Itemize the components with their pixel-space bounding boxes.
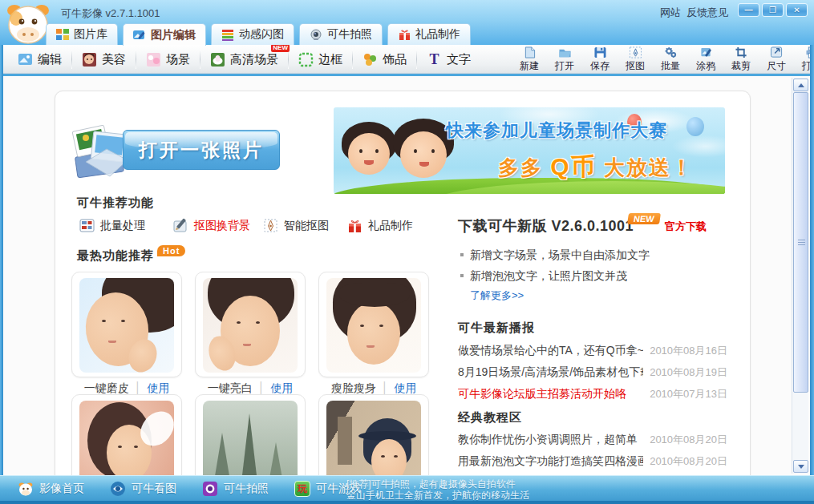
official-download-link[interactable]: 官方下载: [665, 220, 707, 234]
tab-picture-edit[interactable]: 图片编辑: [123, 23, 206, 46]
feedback-link[interactable]: 反馈意见: [686, 6, 728, 20]
maximize-button[interactable]: ❐: [762, 3, 784, 17]
feature-smart-cutout[interactable]: 智能抠图: [263, 218, 329, 233]
window-border: [0, 45, 3, 504]
sample-photo: [203, 401, 298, 475]
news-item[interactable]: 做爱情场景给心中的TA，还有Q币拿~ 2010年08月16日: [458, 344, 727, 358]
toolbar-edit-button[interactable]: 编辑: [8, 47, 71, 71]
game-icon: 玩: [294, 481, 310, 497]
learn-more-link[interactable]: 了解更多>>: [470, 288, 524, 303]
footer-links: 影像首页 可牛看图 可牛拍照 玩 可牛游戏: [18, 481, 361, 497]
close-button[interactable]: ✕: [786, 3, 808, 17]
footer-label: 可牛看图: [132, 482, 176, 496]
cutout-icon: [629, 46, 642, 58]
news-date: 2010年07月13日: [650, 387, 727, 401]
tutorial-date: 2010年08月20日: [650, 433, 727, 447]
toolbar-frame-button[interactable]: 边框: [289, 47, 352, 71]
toolbar-left-group: 编辑 美容 场景 高清场景 NEW 边框 饰品 T 文: [8, 45, 480, 74]
toolbar-cutout-button[interactable]: 抠图: [618, 46, 653, 73]
hot-card-smooth-skin[interactable]: [71, 272, 182, 377]
hot-card-scene[interactable]: [195, 394, 306, 475]
use-link[interactable]: 使用: [147, 381, 169, 394]
tab-picture-library[interactable]: 图片库: [46, 23, 118, 45]
tab-gift-making[interactable]: 礼品制作: [387, 23, 471, 45]
footer-home-link[interactable]: 影像首页: [18, 481, 84, 497]
hot-title-text: 最热功能推荐: [77, 248, 154, 262]
toolbar-ornament-button[interactable]: 饰品: [353, 47, 416, 71]
hot-card-effect[interactable]: [71, 394, 182, 475]
website-link[interactable]: 网站: [660, 6, 681, 20]
toolbar-label: 高清场景: [230, 52, 278, 67]
toolbar-new-button[interactable]: 新建: [512, 46, 547, 73]
feature-label: 批量处理: [100, 219, 145, 233]
promo-line: 金山手机卫士全新首发，护航你的移动生活: [346, 490, 529, 501]
open-photo-button[interactable]: 打开一张照片: [70, 117, 285, 186]
scroll-up-button[interactable]: [793, 79, 808, 91]
tutorial-item[interactable]: 用最新泡泡文字功能打造搞笑四格漫画 2010年08月20日: [458, 454, 727, 469]
toolbar-beauty-button[interactable]: 美容: [72, 47, 136, 71]
app-title: 可牛影像 v2.7.1.1001: [61, 6, 160, 21]
cow-icon: [18, 481, 34, 497]
toolbar-label: 美容: [102, 52, 126, 67]
text-icon: T: [427, 52, 442, 67]
toolbar-label: 文字: [447, 52, 471, 67]
news-section-title: 可牛最新播报: [458, 321, 535, 336]
tab-label: 可牛拍照: [327, 27, 372, 42]
tutorials-section-title: 经典教程区: [458, 410, 522, 425]
tutorial-item[interactable]: 教你制作忧伤小资调调照片，超简单 2010年08月20日: [458, 433, 727, 447]
contest-banner[interactable]: 快来参加儿童场景制作大赛 多多 Q币 大放送！: [334, 107, 725, 194]
hot-card-face-slimming[interactable]: [318, 272, 429, 377]
feature-cutout-background[interactable]: 抠图换背景: [173, 218, 250, 233]
scroll-down-button[interactable]: [793, 460, 808, 473]
toolbar-crop-button[interactable]: 裁剪: [723, 46, 759, 73]
new-file-icon: [523, 46, 537, 58]
tab-camera-shot[interactable]: 可牛拍照: [299, 23, 383, 45]
tab-animated-gif[interactable]: 动感闪图: [211, 23, 294, 45]
toolbar-save-button[interactable]: 保存: [582, 46, 618, 73]
minimize-button[interactable]: —: [738, 3, 759, 17]
card-name: 一键磨皮: [84, 381, 129, 394]
news-item[interactable]: 8月19日场景/高清场景/饰品素材包下载 2010年08月19日: [458, 365, 727, 380]
footer-label: 可牛拍照: [224, 482, 269, 496]
toolbar-label: 打开: [555, 59, 574, 73]
promo-line: [推荐]可牛拍照，超有趣摄像头自拍软件: [346, 478, 529, 490]
toolbar-doodle-button[interactable]: 涂鸦: [688, 46, 723, 73]
scrollbar-thumb[interactable]: [793, 92, 808, 393]
feature-gift-making[interactable]: 礼品制作: [347, 218, 413, 233]
use-link[interactable]: 使用: [394, 381, 416, 394]
sample-photo: [203, 278, 298, 373]
news-item[interactable]: 可牛影像论坛版主招募活动开始咯 2010年07月13日: [458, 387, 727, 401]
banner-subline-text: 大放送！: [604, 155, 694, 179]
app-logo-cow-icon: [5, 1, 51, 46]
camera-app-icon: [202, 481, 218, 497]
news-date: 2010年08月19日: [650, 365, 727, 380]
use-link[interactable]: 使用: [270, 381, 293, 394]
toolbar-open-button[interactable]: 打开: [547, 46, 582, 73]
save-icon: [593, 46, 607, 58]
hot-section-title: 最热功能推荐Hot: [77, 248, 185, 264]
toolbar-text-button[interactable]: T 文字: [417, 47, 480, 71]
download-row: 下载可牛新版 V2.6.0.1001 NEW 官方下载: [458, 213, 739, 234]
thumb-grip-icon: [798, 240, 805, 246]
feature-batch-process[interactable]: 批量处理: [79, 218, 145, 233]
toolbar-hd-scene-button[interactable]: 高清场景 NEW: [200, 47, 288, 71]
toolbar: 编辑 美容 场景 高清场景 NEW 边框 饰品 T 文: [0, 45, 814, 74]
footer-camera-link[interactable]: 可牛拍照: [202, 481, 269, 497]
hot-card-whitening[interactable]: [195, 272, 306, 377]
toolbar-label: 抠图: [626, 59, 645, 73]
toolbar-resize-button[interactable]: 尺寸: [759, 46, 794, 73]
content-top-border: [0, 74, 814, 76]
caption-divider: │: [258, 381, 265, 394]
open-photo-glossy-button[interactable]: 打开一张照片: [123, 130, 280, 170]
caption-divider: │: [135, 381, 142, 394]
toolbar-label: 饰品: [383, 52, 407, 67]
feature-label: 智能抠图: [284, 219, 329, 233]
toolbar-scene-button[interactable]: 场景: [136, 47, 200, 71]
toolbar-batch-button[interactable]: 批量: [653, 46, 688, 73]
vertical-scrollbar[interactable]: [792, 78, 808, 474]
footer-viewer-link[interactable]: 可牛看图: [110, 481, 176, 497]
hot-card-street[interactable]: [318, 394, 429, 475]
webcam-icon: [310, 29, 323, 41]
footer-promo-text[interactable]: [推荐]可牛拍照，超有趣摄像头自拍软件 金山手机卫士全新首发，护航你的移动生活: [346, 478, 529, 501]
banner-headline: 快来参加儿童场景制作大赛: [446, 119, 667, 143]
